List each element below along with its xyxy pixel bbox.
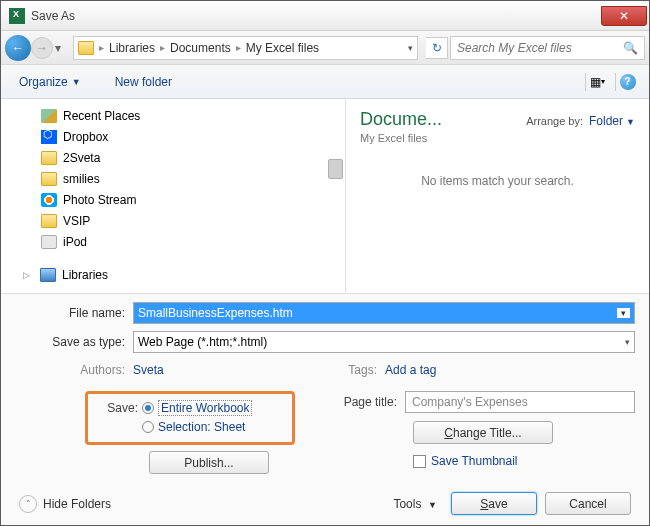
- arrow-left-icon: ←: [12, 41, 24, 55]
- filename-label: File name:: [15, 306, 133, 320]
- nav-forward-button: →: [31, 37, 53, 59]
- close-icon: ✕: [619, 9, 629, 23]
- window-title: Save As: [31, 9, 601, 23]
- breadcrumb-current[interactable]: My Excel files: [246, 41, 319, 55]
- hide-folders-button[interactable]: ˄ Hide Folders: [19, 495, 111, 513]
- tree-item-vsip[interactable]: VSIP: [1, 210, 345, 231]
- preview-subtitle: My Excel files: [360, 132, 635, 144]
- libraries-icon: [40, 268, 56, 282]
- save-thumbnail-label[interactable]: Save Thumbnail: [431, 454, 518, 468]
- navbar: ← → ▾ ▸ Libraries ▸ Documents ▸ My Excel…: [1, 31, 649, 65]
- breadcrumb-dropdown[interactable]: ▾: [408, 43, 413, 53]
- tree-item-2sveta[interactable]: 2Sveta: [1, 147, 345, 168]
- tree-item-recent-places[interactable]: Recent Places: [1, 105, 345, 126]
- radio-entire-workbook-label[interactable]: Entire Workbook: [158, 400, 252, 416]
- page-title-label: Page title:: [335, 395, 405, 409]
- filename-input[interactable]: SmallBusinessExpenses.htm▾: [133, 302, 635, 324]
- chevron-right-icon[interactable]: ▷: [23, 270, 30, 280]
- search-icon[interactable]: 🔍: [623, 41, 638, 55]
- nav-back-button[interactable]: ←: [5, 35, 31, 61]
- view-icon: ▦: [590, 75, 601, 89]
- help-button[interactable]: ?: [615, 73, 639, 91]
- radio-selection-sheet-label[interactable]: Selection: Sheet: [158, 420, 245, 434]
- page-title-input[interactable]: Company's Expenses: [405, 391, 635, 413]
- filename-dropdown[interactable]: ▾: [617, 308, 630, 318]
- saveastype-label: Save as type:: [15, 335, 133, 349]
- new-folder-button[interactable]: New folder: [107, 71, 180, 93]
- tree-item-ipod[interactable]: iPod: [1, 231, 345, 252]
- folder-icon: [41, 214, 57, 228]
- save-label: Save:: [98, 401, 138, 415]
- authors-label: Authors:: [15, 363, 133, 377]
- tools-dropdown[interactable]: Tools ▼: [393, 497, 437, 511]
- radio-selection-sheet[interactable]: [142, 421, 154, 433]
- search-input[interactable]: [457, 41, 623, 55]
- chevron-right-icon[interactable]: ▸: [234, 42, 243, 53]
- chevron-down-icon: ▼: [72, 77, 81, 87]
- chevron-down-icon[interactable]: ▾: [625, 337, 630, 347]
- publish-button[interactable]: Publish...: [149, 451, 269, 474]
- ipod-icon: [41, 235, 57, 249]
- chevron-up-icon: ˄: [19, 495, 37, 513]
- toolbar: Organize ▼ New folder ▦▾ ?: [1, 65, 649, 99]
- tree-item-photo-stream[interactable]: Photo Stream: [1, 189, 345, 210]
- preview-title: Docume...: [360, 109, 526, 130]
- view-options-button[interactable]: ▦▾: [585, 73, 609, 91]
- tags-value[interactable]: Add a tag: [385, 363, 436, 377]
- search-box[interactable]: 🔍: [450, 36, 645, 60]
- photo-stream-icon: [41, 193, 57, 207]
- saveastype-select[interactable]: Web Page (*.htm;*.html)▾: [133, 331, 635, 353]
- folder-icon: [41, 172, 57, 186]
- breadcrumb-documents[interactable]: Documents: [170, 41, 231, 55]
- empty-message: No items match your search.: [360, 174, 635, 188]
- refresh-button[interactable]: ↻: [426, 37, 448, 59]
- tree-item-dropbox[interactable]: Dropbox: [1, 126, 345, 147]
- chevron-right-icon[interactable]: ▸: [97, 42, 106, 53]
- tree-item-libraries[interactable]: ▷Libraries: [1, 264, 345, 285]
- arrange-by-dropdown[interactable]: Folder ▼: [589, 114, 635, 128]
- folder-icon: [41, 151, 57, 165]
- nav-history-dropdown[interactable]: ▾: [55, 41, 67, 55]
- breadcrumb[interactable]: ▸ Libraries ▸ Documents ▸ My Excel files…: [73, 36, 418, 60]
- titlebar: Save As ✕: [1, 1, 649, 31]
- authors-value[interactable]: Sveta: [133, 363, 164, 377]
- chevron-down-icon: ▼: [428, 500, 437, 510]
- excel-icon: [9, 8, 25, 24]
- body-area: Recent Places Dropbox 2Sveta smilies Pho…: [1, 99, 649, 293]
- save-options-highlight: Save: Entire Workbook Selection: Sheet: [85, 391, 295, 445]
- refresh-icon: ↻: [432, 41, 442, 55]
- tree-item-smilies[interactable]: smilies: [1, 168, 345, 189]
- recent-places-icon: [41, 109, 57, 123]
- folder-icon: [78, 41, 94, 55]
- tags-label: Tags:: [325, 363, 385, 377]
- save-button[interactable]: Save: [451, 492, 537, 515]
- breadcrumb-libraries[interactable]: Libraries: [109, 41, 155, 55]
- radio-entire-workbook[interactable]: [142, 402, 154, 414]
- save-as-dialog: Save As ✕ ← → ▾ ▸ Libraries ▸ Documents …: [0, 0, 650, 526]
- cancel-button[interactable]: Cancel: [545, 492, 631, 515]
- change-title-button[interactable]: Change Title...: [413, 421, 553, 444]
- save-thumbnail-checkbox[interactable]: [413, 455, 426, 468]
- folder-tree[interactable]: Recent Places Dropbox 2Sveta smilies Pho…: [1, 99, 346, 293]
- chevron-down-icon: ▼: [626, 117, 635, 127]
- footer: File name: SmallBusinessExpenses.htm▾ Sa…: [1, 293, 649, 525]
- help-icon: ?: [620, 74, 636, 90]
- dropbox-icon: [41, 130, 57, 144]
- arrange-by-label: Arrange by:: [526, 115, 583, 127]
- chevron-right-icon[interactable]: ▸: [158, 42, 167, 53]
- organize-button[interactable]: Organize ▼: [11, 71, 89, 93]
- arrow-right-icon: →: [36, 41, 48, 55]
- preview-pane: Docume... Arrange by: Folder ▼ My Excel …: [346, 99, 649, 293]
- scrollbar-thumb[interactable]: [328, 159, 343, 179]
- close-button[interactable]: ✕: [601, 6, 647, 26]
